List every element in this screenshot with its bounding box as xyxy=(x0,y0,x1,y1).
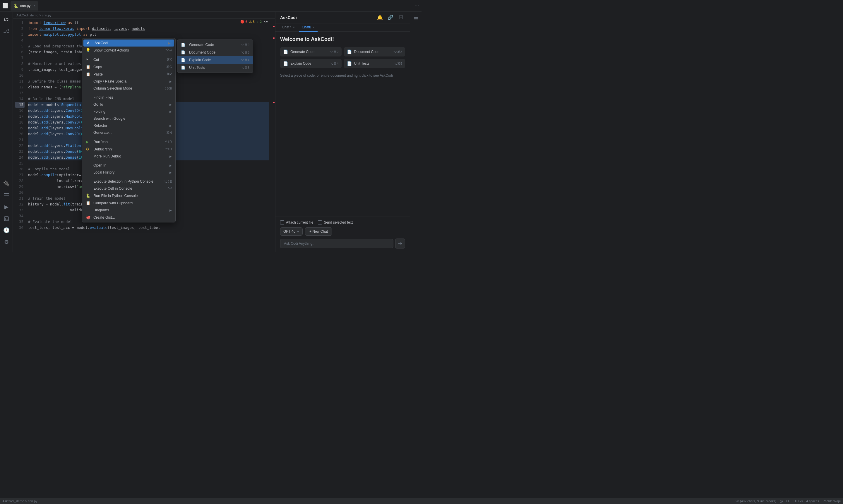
menu-item-local-history[interactable]: Local History ▶ xyxy=(82,169,175,176)
submenu-document-code[interactable]: 📄 Document Code ⌥⌘3 xyxy=(177,49,253,56)
column-selection-label: Column Selection Mode xyxy=(93,86,160,90)
menu-item-folding[interactable]: Folding ▶ xyxy=(82,108,175,115)
local-history-label: Local History xyxy=(93,170,167,175)
copy-paste-special-label: Copy / Paste Special xyxy=(93,79,167,84)
run-label: Run 'cnn' xyxy=(93,140,161,144)
menu-item-open-in[interactable]: Open In ▶ xyxy=(82,162,175,169)
menu-item-debug[interactable]: ⚙ Debug 'cnn' ^⇧D xyxy=(82,145,175,153)
paste-label: Paste xyxy=(93,72,162,76)
menu-item-paste[interactable]: 📋 Paste ⌘V xyxy=(82,71,175,78)
menu-item-diagrams[interactable]: Diagrams ▶ xyxy=(82,206,175,214)
folding-label: Folding xyxy=(93,109,167,113)
debug-shortcut: ^⇧D xyxy=(165,147,172,151)
menu-item-create-gist[interactable]: 🐙 Create Gist... xyxy=(82,214,175,221)
menu-item-context-actions[interactable]: 💡 Show Context Actions ⌥⏎ xyxy=(82,47,175,54)
open-in-arrow: ▶ xyxy=(169,164,172,167)
create-gist-icon: 🐙 xyxy=(86,215,91,219)
cut-label: Cut xyxy=(93,58,162,62)
menu-item-refactor[interactable]: Refactor ▶ xyxy=(82,122,175,129)
explain-code-shortcut: ⌥⌘4 xyxy=(240,58,249,62)
menu-item-copy-paste-special[interactable]: Copy / Paste Special ▶ xyxy=(82,78,175,85)
open-in-label: Open In xyxy=(93,163,167,167)
menu-item-go-to[interactable]: Go To ▶ xyxy=(82,101,175,108)
refactor-label: Refactor xyxy=(93,124,167,128)
askcodi-arrow: ▶ xyxy=(168,41,171,45)
unit-tests-label: Unit Tests xyxy=(189,66,205,70)
exec-selection-label: Execute Selection in Python Console xyxy=(93,179,159,183)
menu-item-generate[interactable]: Generate... ⌘N xyxy=(82,129,175,136)
menu-item-more-run[interactable]: More Run/Debug ▶ xyxy=(82,153,175,160)
document-code-icon: 📄 xyxy=(181,50,187,54)
copy-icon: 📋 xyxy=(86,65,91,69)
copy-shortcut: ⌘C xyxy=(166,65,172,69)
exec-selection-shortcut: ⌥⇧E xyxy=(163,180,172,183)
more-run-label: More Run/Debug xyxy=(93,154,167,158)
debug-icon: ⚙ xyxy=(86,147,91,151)
go-to-arrow: ▶ xyxy=(169,103,172,106)
menu-item-exec-selection[interactable]: Execute Selection in Python Console ⌥⇧E xyxy=(82,178,175,185)
copy-paste-special-arrow: ▶ xyxy=(169,80,172,83)
unit-tests-shortcut: ⌥⌘5 xyxy=(240,66,249,70)
menu-item-askcodi[interactable]: A AskCodi ▶ 📄 Generate Code ⌥⌘2 📄 Docume… xyxy=(84,39,174,47)
separator-1 xyxy=(82,55,175,55)
compare-clipboard-label: Compare with Clipboard xyxy=(93,201,172,205)
generate-shortcut: ⌘N xyxy=(166,131,172,134)
askcodi-icon: A xyxy=(87,41,92,45)
submenu-unit-tests[interactable]: 📄 Unit Tests ⌥⌘5 xyxy=(177,64,253,71)
menu-item-run-python[interactable]: 🐍 Run File in Python Console xyxy=(82,192,175,199)
submenu-explain-code[interactable]: 📄 Explain Code ⌥⌘4 xyxy=(177,56,253,64)
generate-code-shortcut: ⌥⌘2 xyxy=(240,43,249,47)
generate-code-icon: 📄 xyxy=(181,43,187,47)
menu-item-cut[interactable]: ✂ Cut ⌘X xyxy=(82,56,175,63)
document-code-label: Document Code xyxy=(189,50,215,54)
diagrams-label: Diagrams xyxy=(93,208,167,212)
run-shortcut: ^⇧R xyxy=(165,140,172,144)
paste-shortcut: ⌘V xyxy=(166,72,172,76)
search-google-label: Search with Google xyxy=(93,116,172,121)
separator-2 xyxy=(82,93,175,93)
paste-icon: 📋 xyxy=(86,72,91,76)
separator-3 xyxy=(82,137,175,137)
menu-item-copy[interactable]: 📋 Copy ⌘C xyxy=(82,63,175,71)
separator-4 xyxy=(82,161,175,161)
context-menu: A AskCodi ▶ 📄 Generate Code ⌥⌘2 📄 Docume… xyxy=(82,38,176,222)
menu-item-compare-clipboard[interactable]: 📋 Compare with Clipboard xyxy=(82,199,175,206)
generate-code-label: Generate Code xyxy=(189,43,214,47)
menu-item-exec-cell[interactable]: Execute Cell in Console ^⏎ xyxy=(82,185,175,192)
exec-cell-label: Execute Cell in Console xyxy=(93,186,163,191)
create-gist-label: Create Gist... xyxy=(93,215,172,219)
explain-code-label: Explain Code xyxy=(189,58,211,62)
cut-shortcut: ⌘X xyxy=(166,58,172,61)
folding-arrow: ▶ xyxy=(169,110,172,113)
context-menu-overlay: A AskCodi ▶ 📄 Generate Code ⌥⌘2 📄 Docume… xyxy=(0,0,422,252)
generate-label: Generate... xyxy=(93,130,162,134)
bulb-icon: 💡 xyxy=(86,48,91,52)
diagrams-arrow: ▶ xyxy=(169,209,172,212)
run-python-icon: 🐍 xyxy=(86,194,91,198)
run-icon: ▶ xyxy=(86,140,91,144)
context-actions-shortcut: ⌥⏎ xyxy=(165,48,172,52)
askcodi-label: AskCodi xyxy=(94,41,166,45)
run-python-label: Run File in Python Console xyxy=(93,194,172,198)
submenu-generate-code[interactable]: 📄 Generate Code ⌥⌘2 xyxy=(177,41,253,49)
askcodi-submenu: 📄 Generate Code ⌥⌘2 📄 Document Code ⌥⌘3 … xyxy=(177,39,253,73)
menu-item-column-selection[interactable]: Column Selection Mode ⇧⌘8 xyxy=(82,85,175,92)
cut-icon: ✂ xyxy=(86,57,91,62)
compare-clipboard-icon: 📋 xyxy=(86,201,91,205)
refactor-arrow: ▶ xyxy=(169,124,172,127)
go-to-label: Go To xyxy=(93,103,167,107)
menu-item-find-files[interactable]: Find in Files xyxy=(82,94,175,101)
explain-code-icon: 📄 xyxy=(181,58,187,62)
unit-tests-icon: 📄 xyxy=(181,66,187,70)
copy-label: Copy xyxy=(93,65,162,69)
menu-item-run[interactable]: ▶ Run 'cnn' ^⇧R xyxy=(82,138,175,145)
main-layout: 🗂 ⎇ ⋯ 🔌 ▶ 🕐 ⚙ AskCodi_demo > cnn.py 🔴 6 … xyxy=(0,12,422,252)
local-history-arrow: ▶ xyxy=(169,171,172,174)
debug-label: Debug 'cnn' xyxy=(93,147,161,151)
column-selection-shortcut: ⇧⌘8 xyxy=(164,87,172,90)
find-files-label: Find in Files xyxy=(93,95,172,100)
menu-item-search-google[interactable]: Search with Google xyxy=(82,115,175,122)
exec-cell-shortcut: ^⏎ xyxy=(168,187,172,191)
document-code-shortcut: ⌥⌘3 xyxy=(240,51,249,54)
more-run-arrow: ▶ xyxy=(169,155,172,158)
